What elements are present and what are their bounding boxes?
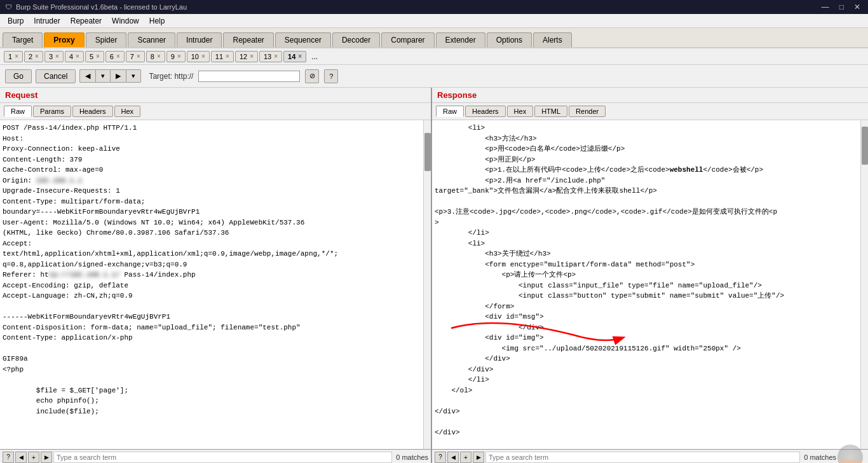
sub-tab-10[interactable]: 10 × — [187, 51, 210, 62]
tab-spider[interactable]: Spider — [86, 32, 127, 47]
req-search-prev-button[interactable]: ◀ — [15, 452, 27, 463]
nav-back-forward: ◀ ▾ ▶ ▾ — [79, 69, 141, 83]
resp-search-help-button[interactable]: ? — [435, 452, 446, 463]
sub-tab-12[interactable]: 12 × — [235, 51, 258, 62]
resp-tab-hex[interactable]: Hex — [507, 106, 534, 117]
response-search-bar: ? ◀ + ▶ 0 matches — [432, 450, 868, 463]
sub-tab-2[interactable]: 2 × — [24, 51, 43, 62]
close-tab-1-icon[interactable]: × — [15, 53, 18, 60]
minimize-button[interactable]: — — [819, 3, 832, 11]
tab-proxy[interactable]: Proxy — [44, 32, 84, 47]
sub-tab-13[interactable]: 13 × — [259, 51, 282, 62]
req-search-add-button[interactable]: + — [28, 452, 39, 463]
request-search-bar: ? ◀ + ▶ 0 matches — [0, 450, 432, 463]
sub-tab-11[interactable]: 11 × — [211, 51, 234, 62]
resp-tab-html[interactable]: HTML — [534, 106, 567, 117]
maximize-button[interactable]: □ — [837, 3, 846, 11]
sub-tab-8[interactable]: 8 × — [146, 51, 165, 62]
sub-tab-3[interactable]: 3 × — [44, 51, 64, 62]
tab-intruder[interactable]: Intruder — [177, 32, 222, 47]
req-tab-headers[interactable]: Headers — [72, 106, 113, 117]
nav-back-drop-button[interactable]: ▾ — [95, 69, 110, 83]
sub-tab-1[interactable]: 1 × — [4, 51, 23, 62]
cancel-button[interactable]: Cancel — [36, 69, 76, 83]
tab-sequencer[interactable]: Sequencer — [275, 32, 331, 47]
response-title: Response — [437, 90, 863, 100]
resp-search-add-button[interactable]: + — [460, 452, 471, 463]
tab-extender[interactable]: Extender — [436, 32, 485, 47]
nav-back-button[interactable]: ◀ — [79, 69, 95, 83]
request-panel: Request Raw Params Headers Hex POST /Pas… — [0, 88, 432, 449]
response-header: Response — [432, 88, 868, 103]
response-scroll-thumb — [862, 127, 868, 165]
app-icon: 🛡 — [5, 3, 12, 11]
request-header: Request — [0, 88, 431, 103]
response-text[interactable]: <li> <h3>方法</h3> <p>用<code>白名单</code>过滤后… — [432, 120, 868, 449]
window-controls: — □ ✕ — [819, 3, 863, 11]
close-tab-6-icon[interactable]: × — [116, 53, 120, 60]
response-content: <li> <h3>方法</h3> <p>用<code>白名单</code>过滤后… — [432, 120, 868, 449]
resp-tab-raw[interactable]: Raw — [436, 106, 464, 117]
close-tab-8-icon[interactable]: × — [157, 53, 161, 60]
req-tab-hex[interactable]: Hex — [114, 106, 141, 117]
req-tab-raw[interactable]: Raw — [4, 106, 32, 117]
req-tab-params[interactable]: Params — [33, 106, 71, 117]
close-tab-7-icon[interactable]: × — [137, 53, 140, 60]
close-tab-10-icon[interactable]: × — [201, 53, 205, 60]
close-tab-5-icon[interactable]: × — [96, 53, 100, 60]
tab-scanner[interactable]: Scanner — [128, 32, 175, 47]
close-tab-14-icon[interactable]: × — [298, 53, 302, 60]
close-tab-3-icon[interactable]: × — [55, 53, 59, 60]
go-button[interactable]: Go — [5, 69, 32, 83]
close-tab-2-icon[interactable]: × — [35, 53, 39, 60]
req-search-help-button[interactable]: ? — [3, 452, 14, 463]
close-tab-13-icon[interactable]: × — [274, 53, 278, 60]
menu-window[interactable]: Window — [107, 15, 144, 27]
main-content: Request Raw Params Headers Hex POST /Pas… — [0, 88, 868, 449]
close-tab-9-icon[interactable]: × — [177, 53, 181, 60]
menu-burp[interactable]: Burp — [3, 15, 29, 27]
sub-tab-9[interactable]: 9 × — [166, 51, 186, 62]
sub-tab-6[interactable]: 6 × — [105, 51, 125, 62]
tab-repeater[interactable]: Repeater — [223, 32, 273, 47]
tab-target[interactable]: Target — [3, 32, 43, 47]
request-tabs: Raw Params Headers Hex — [0, 103, 431, 120]
response-search-input[interactable] — [485, 452, 800, 463]
sub-tab-14[interactable]: 14 × — [283, 51, 306, 62]
nav-fwd-button[interactable]: ▶ — [110, 69, 126, 83]
help-button[interactable]: ? — [324, 69, 338, 83]
resp-search-prev-button[interactable]: ◀ — [447, 452, 459, 463]
request-scrollbar[interactable] — [423, 120, 431, 449]
response-panel: Response Raw Headers Hex HTML Render <li… — [432, 88, 868, 449]
target-clear-button[interactable]: ⊘ — [305, 69, 319, 83]
resp-tab-render[interactable]: Render — [569, 106, 606, 117]
titlebar: 🛡 Burp Suite Professional v1.6beta - lic… — [0, 0, 868, 14]
response-tabs: Raw Headers Hex HTML Render — [432, 103, 868, 120]
tab-options[interactable]: Options — [487, 32, 532, 47]
tab-comparer[interactable]: Comparer — [381, 32, 434, 47]
response-scrollbar[interactable] — [860, 120, 868, 449]
request-scroll-thumb — [424, 133, 431, 171]
tab-alerts[interactable]: Alerts — [533, 32, 572, 47]
menu-repeater[interactable]: Repeater — [65, 15, 107, 27]
request-text[interactable]: POST /Pass-14/index.php HTTP/1.1 Host: P… — [0, 120, 423, 449]
sub-tab-4[interactable]: 4 × — [65, 51, 84, 62]
resp-search-next-button[interactable]: ▶ — [473, 452, 484, 463]
toolbar: Go Cancel ◀ ▾ ▶ ▾ Target: http:// ⊘ ? — [0, 65, 868, 88]
nav-fwd-drop-button[interactable]: ▾ — [126, 69, 141, 83]
close-tab-4-icon[interactable]: × — [76, 53, 79, 60]
close-tab-11-icon[interactable]: × — [226, 53, 229, 60]
resp-tab-headers[interactable]: Headers — [465, 106, 506, 117]
menu-help[interactable]: Help — [144, 15, 170, 27]
menu-intruder[interactable]: Intruder — [29, 15, 65, 27]
sub-tabbar: 1 × 2 × 3 × 4 × 5 × 6 × 7 × 8 × 9 × 10 ×… — [0, 48, 868, 65]
target-input[interactable] — [198, 71, 300, 82]
close-tab-12-icon[interactable]: × — [250, 53, 254, 60]
tab-decoder[interactable]: Decoder — [332, 32, 380, 47]
sub-tab-7[interactable]: 7 × — [126, 51, 145, 62]
sub-tab-5[interactable]: 5 × — [85, 51, 104, 62]
more-tabs-button[interactable]: ... — [308, 51, 322, 62]
close-button[interactable]: ✕ — [851, 3, 863, 11]
request-search-input[interactable] — [53, 452, 392, 463]
req-search-next-button[interactable]: ▶ — [41, 452, 52, 463]
